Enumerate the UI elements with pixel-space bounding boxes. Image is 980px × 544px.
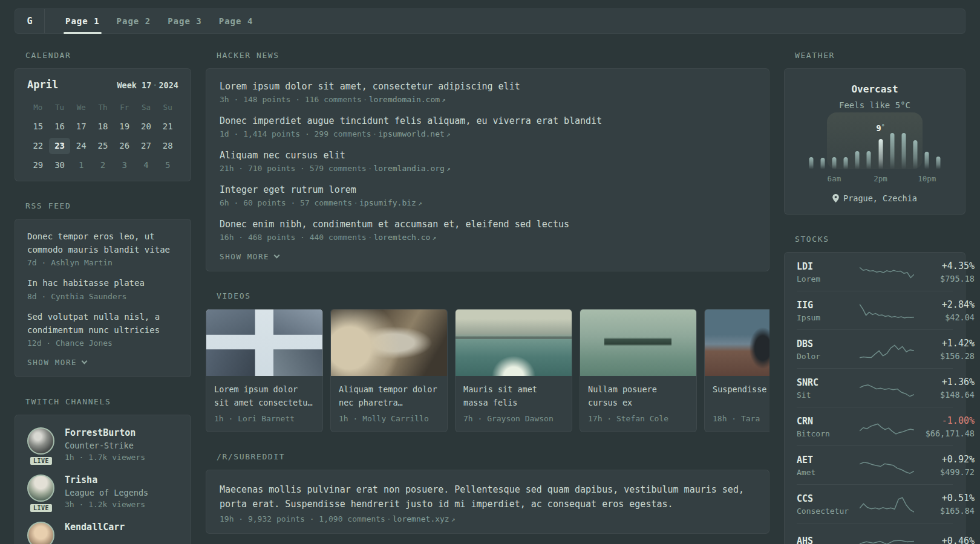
hacker-news-item-meta: 16h · 468 points · 440 comments·loremtec… [220, 233, 756, 242]
hacker-news-item-domain[interactable]: loremdomain.com [369, 95, 440, 104]
video-card[interactable]: Suspendisse diam 18h · Tara [704, 309, 769, 432]
separator-dot: · [385, 514, 393, 523]
hacker-news-item-domain[interactable]: ipsumworld.net [378, 129, 445, 138]
stock-row[interactable]: DBS Dolor +1.42% $156.28 [797, 329, 953, 368]
stock-change: +4.35% [914, 261, 975, 271]
calendar-day: 26 [114, 138, 136, 154]
hacker-news-item-title[interactable]: Aliquam nec cursus elit [220, 150, 756, 161]
subreddit-post-meta: 19h · 9,932 points · 1,090 comments·lore… [220, 514, 756, 523]
stock-name: Sit [797, 390, 860, 400]
weather-section-label: WEATHER [795, 51, 965, 60]
twitch-channel-row[interactable]: KendallCarr [27, 522, 178, 544]
weather-chart: 9° 6am2pm10pm [805, 131, 944, 184]
twitch-card: LIVE ForrestBurton Counter-Strike 1h · 1… [15, 415, 191, 544]
video-title[interactable]: Nullam posuere cursus ex [588, 383, 688, 410]
stock-change: +0.92% [914, 454, 975, 465]
hacker-news-item-domain[interactable]: ipsumify.biz [359, 198, 416, 207]
weather-bar [867, 151, 871, 169]
video-card[interactable]: Mauris sit amet massa felis 7h · Grayson… [455, 309, 572, 432]
hacker-news-item: Aliquam nec cursus elit 21h · 710 points… [220, 150, 756, 173]
stock-name: Amet [797, 468, 860, 477]
stocks-card: LDI Lorem +4.35% $795.18 [784, 252, 965, 544]
rss-item-title[interactable]: Donec tempor eros leo, ut commodo mauris… [27, 230, 178, 256]
video-card[interactable]: Aliquam tempor dolor nec pharetra… 1h · … [330, 309, 448, 432]
twitch-channel-category[interactable]: League of Legends [65, 488, 148, 497]
stocks-section-label: STOCKS [795, 235, 965, 244]
twitch-channel-name[interactable]: KendallCarr [65, 522, 125, 533]
show-more-label: SHOW MORE [220, 252, 269, 261]
stock-identity: AET Amet [797, 455, 860, 477]
video-card-body: Mauris sit amet massa felis 7h · Grayson… [456, 376, 572, 432]
stock-row[interactable]: AHS +0.46% [797, 523, 953, 544]
stock-price: $165.84 [914, 506, 975, 516]
calendar-section: CALENDAR April Week 17·2024 Mo Tu We [15, 51, 191, 181]
stock-sparkline [860, 416, 914, 438]
stock-row[interactable]: IIG Ipsum +2.84% $42.04 [797, 291, 953, 329]
map-pin-icon [832, 194, 839, 202]
hacker-news-show-more-button[interactable]: SHOW MORE [220, 252, 756, 261]
nav-tab[interactable]: Page 1 [57, 9, 108, 33]
weather-time-label: 10pm [918, 174, 936, 183]
app-logo[interactable]: G [15, 9, 45, 33]
video-title[interactable]: Aliquam tempor dolor nec pharetra… [339, 383, 439, 410]
hacker-news-item-title[interactable]: Donec enim nibh, condimentum et accumsan… [220, 219, 756, 230]
external-link-icon: ↗ [440, 96, 446, 104]
hacker-news-item-stats: 3h · 148 points · 116 comments [220, 95, 362, 104]
separator-dot: · [362, 95, 369, 104]
weather-feels-like: Feels like 5°C [797, 100, 953, 110]
stock-name: Lorem [797, 274, 860, 283]
nav-tab[interactable]: Page 4 [211, 9, 262, 33]
video-card[interactable]: Nullam posuere cursus ex 17h · Stefan Co… [580, 309, 697, 432]
twitch-channel-category[interactable]: Counter-Strike [65, 441, 145, 450]
stocks-section: STOCKS LDI Lorem +4 [784, 235, 965, 544]
external-link-icon: ↗ [430, 234, 436, 242]
calendar-card: April Week 17·2024 Mo Tu We Th Fr [15, 68, 191, 181]
stock-row[interactable]: AET Amet +0.92% $499.72 [797, 445, 953, 484]
hacker-news-item-domain[interactable]: loremtech.co [373, 233, 430, 242]
twitch-channel-row[interactable]: LIVE ForrestBurton Counter-Strike 1h · 1… [27, 427, 178, 462]
nav-tab-label: Page 3 [168, 16, 202, 26]
calendar-day: 27 [136, 138, 157, 154]
rss-item-title[interactable]: In hac habitasse platea [27, 277, 178, 290]
weather-bar [925, 152, 929, 169]
video-title[interactable]: Suspendisse diam [713, 383, 769, 410]
hacker-news-item-title[interactable]: Lorem ipsum dolor sit amet, consectetur … [220, 81, 756, 92]
twitch-channel-name[interactable]: Trisha [65, 474, 148, 485]
subreddit-post-title[interactable]: Maecenas mollis pulvinar erat non posuer… [220, 482, 756, 511]
right-column: WEATHER Overcast Feels like 5°C 9° 6am2p… [784, 51, 965, 544]
twitch-channel-meta: 3h · 1.2k viewers [65, 500, 148, 509]
hacker-news-item-stats: 21h · 710 points · 579 comments [220, 164, 367, 173]
hacker-news-item-title[interactable]: Donec imperdiet augue tincidunt felis al… [220, 115, 756, 126]
video-title[interactable]: Lorem ipsum dolor sit amet consectetu… [214, 383, 315, 410]
stock-symbol: CCS [797, 493, 860, 504]
calendar-header: April Week 17·2024 [27, 79, 178, 91]
stock-change: +1.36% [914, 377, 975, 387]
weather-bar [913, 140, 918, 169]
video-card[interactable]: Lorem ipsum dolor sit amet consectetu… 1… [206, 309, 323, 432]
hacker-news-item-title[interactable]: Integer eget rutrum lorem [220, 184, 756, 195]
separator-dot: · [352, 198, 359, 207]
nav-tab[interactable]: Page 2 [108, 9, 160, 33]
weather-bar [878, 139, 883, 169]
nav-tab[interactable]: Page 3 [159, 9, 211, 33]
hacker-news-item: Donec imperdiet augue tincidunt felis al… [220, 115, 756, 138]
video-title[interactable]: Mauris sit amet massa felis [463, 383, 564, 410]
video-meta: 1h · Molly Carrillo [339, 414, 439, 423]
weather-location: Prague, Czechia [843, 193, 917, 203]
rss-item-title[interactable]: Sed volutpat nulla nisl, a condimentum n… [27, 311, 178, 337]
rss-show-more-button[interactable]: SHOW MORE [27, 358, 178, 367]
stock-values: +0.92% $499.72 [914, 454, 975, 477]
subreddit-card: Maecenas mollis pulvinar erat non posuer… [206, 470, 769, 534]
stock-row[interactable]: CRN Bitcorn -1.00% $66,171.48 [797, 407, 953, 445]
stock-row[interactable]: LDI Lorem +4.35% $795.18 [797, 253, 953, 291]
stock-row[interactable]: SNRC Sit +1.36% $148.64 [797, 368, 953, 407]
twitch-channel-name[interactable]: ForrestBurton [65, 427, 145, 438]
hacker-news-item-domain[interactable]: loremlandia.org [373, 164, 444, 173]
stock-symbol: AHS [797, 536, 860, 544]
calendar-week: Week 17·2024 [117, 80, 178, 90]
hacker-news-section-label: HACKER NEWS [217, 51, 769, 60]
subreddit-post-domain[interactable]: loremnet.xyz [393, 514, 449, 523]
stock-row[interactable]: CCS Consectetur +0.51% $165.84 [797, 484, 953, 523]
calendar-month: April [27, 79, 58, 91]
twitch-channel-row[interactable]: LIVE Trisha League of Legends 3h · 1.2k … [27, 474, 178, 509]
